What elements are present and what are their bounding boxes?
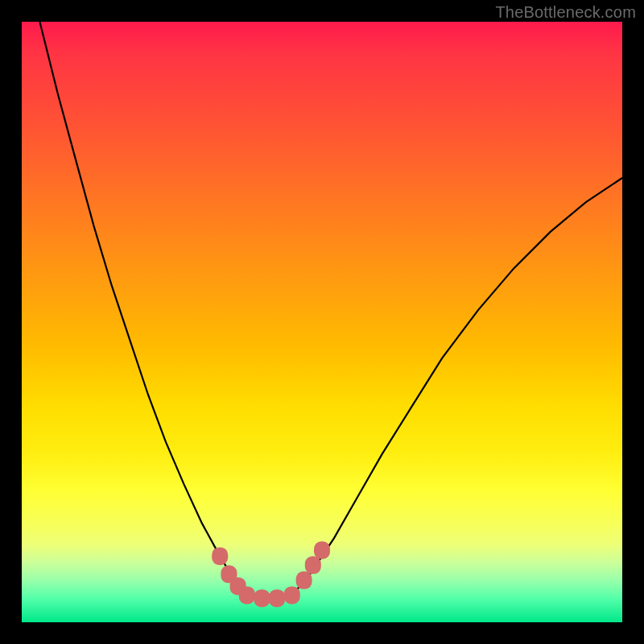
marker-point	[269, 589, 285, 607]
marker-point	[284, 586, 300, 604]
marker-point	[239, 586, 255, 604]
curve-group	[39, 22, 622, 598]
chart-svg	[22, 22, 622, 622]
marker-group	[212, 542, 330, 608]
marker-point	[305, 556, 321, 574]
watermark-text: TheBottleneck.com	[495, 3, 636, 22]
marker-point	[254, 589, 270, 607]
plot-area	[22, 22, 622, 622]
bottleneck-curve	[39, 22, 622, 598]
outer-frame: TheBottleneck.com	[0, 0, 644, 644]
marker-point	[212, 547, 228, 565]
marker-point	[296, 572, 312, 589]
marker-point	[314, 542, 330, 559]
